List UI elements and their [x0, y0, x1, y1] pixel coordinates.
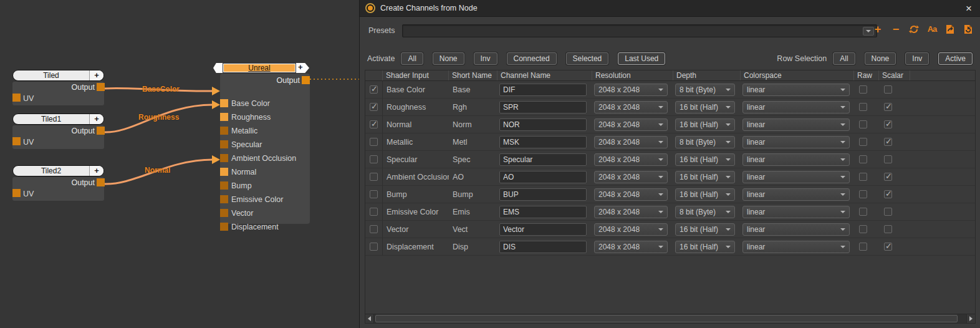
node-tiled[interactable]: Tiled + Output UV	[12, 70, 104, 105]
colorspace-dropdown[interactable]: linear	[742, 84, 850, 96]
node-add-button[interactable]: +	[89, 114, 103, 124]
close-icon[interactable]: ×	[963, 3, 974, 14]
depth-dropdown[interactable]: 8 bit (Byte)	[675, 136, 735, 148]
row-active-checkbox[interactable]	[370, 225, 378, 233]
depth-dropdown[interactable]: 16 bit (Half)	[675, 171, 735, 183]
activate-connected-button[interactable]: Connected	[507, 52, 557, 65]
scroll-left-button[interactable]	[365, 314, 374, 323]
colorspace-dropdown[interactable]: linear	[742, 101, 850, 113]
export-preset-icon[interactable]	[944, 24, 956, 35]
resolution-dropdown[interactable]: 2048 x 2048	[594, 136, 668, 148]
scalar-checkbox[interactable]	[884, 190, 892, 198]
activate-selected-button[interactable]: Selected	[566, 52, 609, 65]
row-active-checkbox[interactable]	[370, 155, 378, 163]
node-unreal[interactable]: Unreal + Output Base ColorRoughnessMetal…	[212, 63, 310, 224]
scalar-checkbox[interactable]	[884, 155, 892, 163]
activate-inv-button[interactable]: Inv	[474, 52, 497, 65]
resolution-dropdown[interactable]: 2048 x 2048	[594, 84, 668, 96]
scalar-checkbox[interactable]	[884, 85, 892, 94]
raw-checkbox[interactable]	[859, 85, 867, 94]
depth-dropdown[interactable]: 16 bit (Half)	[675, 118, 735, 131]
raw-checkbox[interactable]	[859, 173, 867, 181]
channel-name-input[interactable]	[499, 118, 587, 131]
input-port[interactable]	[220, 181, 228, 190]
column-header-short-name[interactable]: Short Name	[449, 70, 497, 80]
input-port[interactable]	[220, 140, 228, 148]
raw-checkbox[interactable]	[859, 225, 867, 233]
raw-checkbox[interactable]	[859, 138, 867, 146]
row-selection-inv-button[interactable]: Inv	[905, 52, 929, 65]
depth-dropdown[interactable]: 16 bit (Half)	[675, 223, 735, 236]
output-port[interactable]	[302, 76, 310, 84]
depth-dropdown[interactable]: 16 bit (Half)	[675, 101, 735, 113]
input-port[interactable]	[220, 168, 228, 176]
row-selection-all-button[interactable]: All	[833, 52, 855, 65]
node-header[interactable]: Tiled +	[12, 70, 104, 81]
column-header-active[interactable]	[365, 70, 383, 80]
colorspace-dropdown[interactable]: linear	[742, 206, 850, 218]
node-header[interactable]: Tiled1 +	[12, 113, 104, 125]
output-port[interactable]	[97, 178, 105, 186]
node-body[interactable]: Output Base ColorRoughnessMetallicSpecul…	[220, 74, 310, 224]
scalar-checkbox[interactable]	[884, 103, 892, 111]
column-header-scalar[interactable]: Scalar	[879, 70, 910, 80]
channel-name-input[interactable]	[499, 153, 587, 166]
colorspace-dropdown[interactable]: linear	[742, 241, 850, 253]
scalar-checkbox[interactable]	[884, 138, 892, 146]
row-active-checkbox[interactable]	[370, 103, 378, 111]
raw-checkbox[interactable]	[859, 208, 867, 216]
column-header-channel-name[interactable]: Channel Name	[497, 70, 592, 80]
scalar-checkbox[interactable]	[884, 120, 892, 128]
resolution-dropdown[interactable]: 2048 x 2048	[594, 171, 668, 183]
column-header-shader-input[interactable]: Shader Input	[383, 70, 449, 80]
row-active-checkbox[interactable]	[370, 173, 378, 181]
row-selection-none-button[interactable]: None	[865, 52, 896, 65]
resolution-dropdown[interactable]: 2048 x 2048	[594, 101, 668, 113]
column-header-colorspace[interactable]: Colorspace	[741, 70, 854, 80]
presets-dropdown[interactable]	[402, 24, 877, 37]
scalar-checkbox[interactable]	[884, 225, 892, 233]
import-preset-icon[interactable]	[963, 24, 974, 35]
colorspace-dropdown[interactable]: linear	[742, 188, 850, 201]
uv-port[interactable]	[12, 94, 21, 102]
resolution-dropdown[interactable]: 2048 x 2048	[594, 118, 668, 131]
colorspace-dropdown[interactable]: linear	[742, 223, 850, 236]
row-active-checkbox[interactable]	[370, 190, 378, 198]
node-add-button[interactable]: +	[89, 70, 103, 80]
colorspace-dropdown[interactable]: linear	[742, 153, 850, 166]
uv-port[interactable]	[12, 137, 21, 145]
channel-name-input[interactable]	[499, 206, 587, 218]
colorspace-dropdown[interactable]: linear	[742, 171, 850, 183]
node-header[interactable]: Tiled2 +	[12, 165, 104, 176]
resolution-dropdown[interactable]: 2048 x 2048	[594, 206, 668, 218]
raw-checkbox[interactable]	[859, 120, 867, 128]
row-active-checkbox[interactable]	[370, 85, 378, 94]
input-port[interactable]	[220, 209, 228, 217]
input-port[interactable]	[220, 127, 228, 135]
channel-name-input[interactable]	[499, 101, 587, 113]
channel-name-input[interactable]	[499, 136, 587, 148]
activate-none-button[interactable]: None	[433, 52, 464, 65]
input-port[interactable]	[220, 154, 228, 162]
scalar-checkbox[interactable]	[884, 173, 892, 181]
column-header-depth[interactable]: Depth	[673, 70, 741, 80]
input-port[interactable]	[220, 99, 228, 107]
depth-dropdown[interactable]: 8 bit (Byte)	[675, 206, 735, 218]
row-selection-active-button[interactable]: Active	[938, 52, 973, 65]
depth-dropdown[interactable]: 16 bit (Half)	[675, 241, 735, 253]
depth-dropdown[interactable]: 8 bit (Byte)	[675, 84, 735, 96]
node-tiled1[interactable]: Tiled1 + Output UV	[12, 113, 104, 149]
horizontal-scrollbar[interactable]	[365, 314, 975, 323]
output-port[interactable]	[97, 127, 105, 135]
depth-dropdown[interactable]: 16 bit (Half)	[675, 188, 735, 201]
uv-port[interactable]	[12, 189, 21, 197]
scalar-checkbox[interactable]	[884, 243, 892, 251]
depth-dropdown[interactable]: 16 bit (Half)	[675, 153, 735, 166]
input-port[interactable]	[220, 113, 228, 121]
scalar-checkbox[interactable]	[884, 208, 892, 216]
scrollbar-thumb[interactable]	[375, 315, 958, 322]
scrollbar-track[interactable]	[374, 314, 966, 323]
case-toggle-icon[interactable]: Aa	[926, 24, 938, 35]
scroll-right-button[interactable]	[966, 314, 975, 323]
input-port[interactable]	[220, 195, 228, 203]
